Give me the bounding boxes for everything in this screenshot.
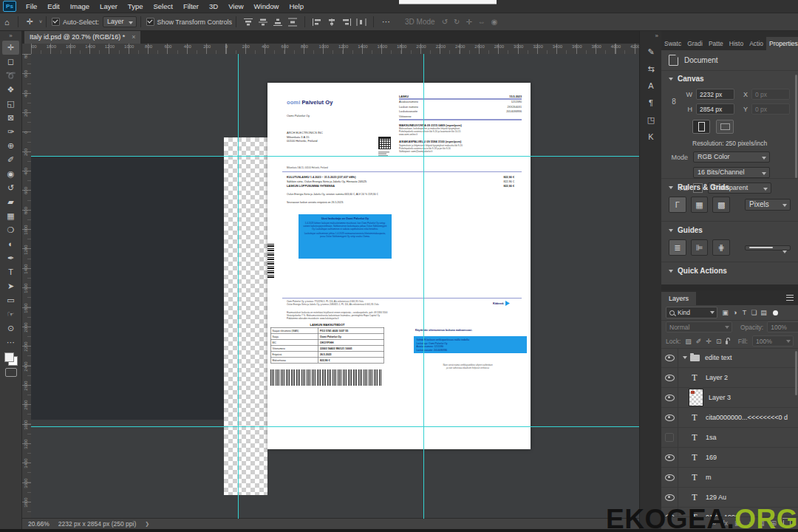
layer-visibility-toggle[interactable] <box>661 388 678 407</box>
document-tab[interactable]: Italy id.psd @ 20.7% (RGB/16) * × <box>24 30 140 44</box>
move-tool[interactable]: ✛ <box>2 41 19 55</box>
canvas-width-field[interactable]: 2232 px <box>696 89 734 100</box>
layer-row[interactable]: Tm <box>661 468 798 488</box>
auto-select-checkbox[interactable] <box>52 18 60 26</box>
canvas-x-field[interactable]: 0 px <box>751 89 790 100</box>
align-vertical-centers-icon[interactable] <box>258 18 268 27</box>
slide-3d-icon[interactable]: ⇔ <box>478 18 485 26</box>
history-brush-tool[interactable]: ↺ <box>2 181 19 195</box>
align-top-edges-icon[interactable] <box>243 18 253 27</box>
layer-name[interactable]: m <box>706 474 712 481</box>
brush-settings-panel-icon[interactable]: ⇆ <box>644 61 658 76</box>
menu-item-layer[interactable]: Layer <box>95 2 123 10</box>
delete-layer-icon[interactable] <box>783 520 791 527</box>
type-filter-icon[interactable]: T <box>740 309 749 316</box>
lock-option-icon[interactable]: ✛ <box>706 338 712 345</box>
layers-scrollbar[interactable] <box>795 351 797 395</box>
clear-guides-button[interactable]: ⋕ <box>712 239 730 256</box>
camera-3d-icon[interactable]: ◉ <box>491 18 498 26</box>
orbit-3d-icon[interactable]: ↺ <box>442 18 448 26</box>
drag-3d-icon[interactable]: ✛ <box>466 18 471 26</box>
vertical-guide[interactable] <box>238 54 239 519</box>
layer-row[interactable]: TLayer 2 <box>661 368 798 388</box>
lock-option-icon[interactable]: ✐ <box>696 338 702 345</box>
new-layer-icon[interactable]: ⊞ <box>771 519 777 527</box>
move-tool-icon[interactable]: ✛ <box>22 17 38 27</box>
layer-visibility-toggle[interactable] <box>661 408 678 427</box>
layer-name[interactable]: 169 <box>706 454 717 461</box>
show-transform-checkbox[interactable] <box>146 18 154 26</box>
landscape-orientation-button[interactable] <box>716 120 734 134</box>
invoice-page[interactable]: oomi Palvelut Oy Oomi Palvelut Oy ARCH E… <box>267 83 531 449</box>
layer-visibility-toggle[interactable] <box>661 428 678 447</box>
eraser-tool[interactable]: ▰ <box>2 195 19 209</box>
pen-tool[interactable]: ✒ <box>2 251 19 265</box>
foreground-background-swatches[interactable] <box>4 352 18 366</box>
opacity-field[interactable]: 100% <box>767 321 798 332</box>
horizontal-guide[interactable] <box>31 426 639 427</box>
properties-scrollbar[interactable] <box>795 75 797 178</box>
home-icon[interactable]: ⌂ <box>0 18 14 27</box>
clone-stamp-tool[interactable]: ◉ <box>2 167 19 181</box>
healing-brush-tool[interactable]: ⊕ <box>2 139 19 153</box>
glyphs-panel-icon[interactable]: ◳ <box>644 112 658 127</box>
canvas-height-field[interactable]: 2854 px <box>696 103 734 115</box>
layer-row[interactable]: Tcita0000000...<<<<<<<<0 d <box>661 408 798 428</box>
chevron-down-icon[interactable]: ˅ <box>39 19 42 24</box>
menu-item-view[interactable]: View <box>223 2 248 10</box>
layer-effects-icon[interactable]: fx <box>723 519 728 527</box>
link-layers-icon[interactable]: ∞ <box>712 519 716 527</box>
layer-visibility-toggle[interactable] <box>661 468 678 487</box>
pixel-filter-icon[interactable]: ▣ <box>720 309 730 316</box>
rectangle-tool[interactable]: ▭ <box>2 293 19 307</box>
zoom-level[interactable]: 20.66% <box>28 520 50 528</box>
adjustment-filter-icon[interactable]: ◑ <box>730 309 740 316</box>
menu-item-type[interactable]: Type <box>123 2 149 10</box>
tab-actio[interactable]: Actio <box>746 37 766 50</box>
layer-visibility-toggle[interactable] <box>661 368 678 387</box>
roll-3d-icon[interactable]: ↻ <box>454 18 460 26</box>
align-left-edges-icon[interactable] <box>312 18 322 27</box>
tab-properties[interactable]: Properties <box>766 37 798 50</box>
status-chevron-icon[interactable]: ❯ <box>145 521 149 527</box>
horizontal-guide[interactable] <box>31 156 639 157</box>
dodge-tool[interactable]: ◐ <box>2 237 19 251</box>
layer-row[interactable]: T129 Au <box>661 488 798 508</box>
menu-item-select[interactable]: Select <box>148 2 177 10</box>
align-right-edges-icon[interactable] <box>341 18 352 27</box>
layer-name[interactable]: 129 Au <box>706 494 726 501</box>
brush-tool[interactable]: ✐ <box>2 153 19 167</box>
lock-option-icon[interactable]: ▨ <box>685 338 692 345</box>
toggle-pixel-grid-button[interactable]: ▩ <box>712 197 730 213</box>
layer-name[interactable]: Layer 3 <box>709 394 731 401</box>
layer-filter-kind-dropdown[interactable]: Kind <box>666 307 717 318</box>
layer-name[interactable]: Layer 2 <box>706 374 728 381</box>
collapse-icon[interactable] <box>669 186 673 189</box>
expand-tools-icon[interactable]: » <box>0 30 21 41</box>
smart-object-filter-icon[interactable]: ▤ <box>759 309 768 316</box>
layer-row[interactable]: T1sa <box>661 428 798 448</box>
canvas-viewport[interactable]: oomi Palvelut Oy Oomi Palvelut Oy ARCH E… <box>31 54 639 519</box>
adjustment-layer-icon[interactable]: ◑ <box>748 519 751 527</box>
tab-swatc[interactable]: Swatc <box>661 37 684 50</box>
ruler-units-dropdown[interactable]: Pixels <box>745 199 791 211</box>
brushes-panel-icon[interactable]: ✎ <box>644 44 658 59</box>
layer-visibility-toggle[interactable] <box>661 488 678 507</box>
vertical-guide[interactable] <box>423 54 424 519</box>
more-options-icon[interactable]: ⋯ <box>378 17 395 27</box>
align-bottom-edges-icon[interactable] <box>273 18 283 27</box>
filter-toggle-icon[interactable] <box>773 310 778 316</box>
layer-mask-icon[interactable]: ▣ <box>734 519 741 527</box>
distribute-horizontal-icon[interactable] <box>356 18 366 27</box>
bit-depth-dropdown[interactable]: 16 Bits/Channel <box>693 167 770 178</box>
portrait-orientation-button[interactable] <box>692 120 710 134</box>
expand-panels-icon[interactable]: » <box>640 30 662 42</box>
layer-name[interactable]: 1sa <box>706 434 717 441</box>
gradient-tool[interactable]: ▦ <box>2 209 19 223</box>
layer-name[interactable]: edite text <box>705 354 732 361</box>
layer-row[interactable]: edite text <box>661 348 798 368</box>
character-styles-panel-icon[interactable]: K <box>644 129 658 144</box>
type-tool[interactable]: T <box>2 265 19 279</box>
tab-histo[interactable]: Histo <box>726 37 746 50</box>
layer-visibility-toggle[interactable] <box>661 348 678 367</box>
